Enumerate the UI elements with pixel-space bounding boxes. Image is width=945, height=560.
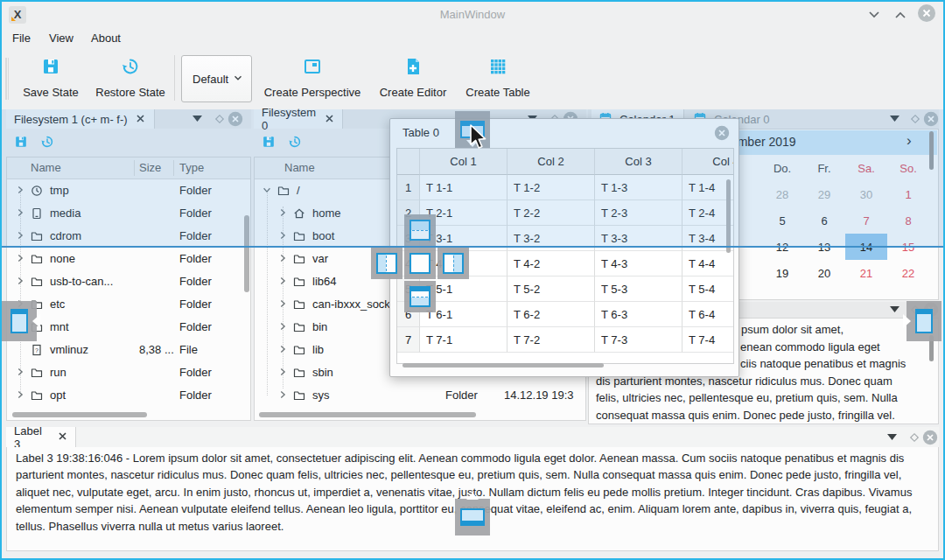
table0-cell-5-3[interactable]: T 5-3 bbox=[595, 276, 682, 302]
tree-row-cdrom[interactable]: cdromFolder bbox=[7, 225, 250, 248]
drop-indicator-area-bottom[interactable] bbox=[404, 281, 436, 312]
calendar-day-1[interactable]: 1 bbox=[887, 181, 929, 207]
toolbar-handle[interactable] bbox=[5, 58, 9, 100]
calendar-day-21[interactable]: 21 bbox=[845, 260, 887, 286]
table0-cell-4-4[interactable]: T 4-4 bbox=[682, 251, 734, 276]
fs1-save-icon[interactable] bbox=[14, 135, 28, 151]
calendar-day-30[interactable]: 30 bbox=[845, 181, 887, 207]
tree-row-media[interactable]: mediaFolder bbox=[7, 202, 250, 225]
create-table-button[interactable]: Create Table bbox=[458, 54, 537, 103]
calendar-day-19[interactable]: 19 bbox=[761, 260, 803, 286]
dock-menu-icon[interactable] bbox=[889, 305, 900, 313]
calendar-day-8[interactable]: 8 bbox=[887, 207, 929, 234]
drop-indicator-area-right[interactable] bbox=[438, 248, 469, 279]
restore-state-button[interactable]: Restore State bbox=[89, 54, 172, 103]
window-close-button[interactable] bbox=[917, 4, 936, 25]
table0-cell-6-2[interactable]: T 6-2 bbox=[508, 302, 595, 327]
tab-close-icon[interactable] bbox=[58, 430, 67, 444]
calendar-day-20[interactable]: 20 bbox=[803, 260, 845, 286]
fs1-restore-icon[interactable] bbox=[40, 135, 54, 151]
col-name[interactable]: Name bbox=[31, 161, 61, 174]
tree-row-usb-to-can-[interactable]: usb-to-can...Folder bbox=[7, 270, 250, 293]
calendar-day-12[interactable]: 12 bbox=[761, 234, 803, 260]
expand-icon[interactable] bbox=[277, 321, 290, 333]
tree-row-mnt[interactable]: mntFolder bbox=[7, 316, 250, 339]
table0-cell-4-2[interactable]: T 4-2 bbox=[508, 251, 595, 276]
calendar-day-5[interactable]: 5 bbox=[761, 207, 803, 234]
table0-close-icon[interactable] bbox=[714, 125, 730, 144]
tree-row-etc[interactable]: etcFolder bbox=[7, 293, 250, 316]
calendar-day-14-selected[interactable]: 14 bbox=[845, 234, 887, 260]
collapse-icon[interactable] bbox=[262, 185, 274, 197]
create-perspective-button[interactable]: Create Perspective bbox=[261, 54, 364, 103]
dock-menu-icon[interactable] bbox=[889, 115, 900, 122]
table0-cell-2-3[interactable]: T 2-3 bbox=[595, 200, 682, 226]
col-name[interactable]: Name bbox=[284, 161, 315, 174]
table0-cell-2-2[interactable]: T 2-2 bbox=[508, 200, 595, 226]
expand-icon[interactable] bbox=[15, 367, 27, 379]
drop-indicator-left-edge[interactable] bbox=[2, 301, 37, 341]
dock-float-icon[interactable] bbox=[910, 114, 920, 124]
fs1-hscrollbar[interactable] bbox=[12, 412, 147, 417]
table0-cell-3-3[interactable]: T 3-3 bbox=[595, 226, 682, 251]
expand-icon[interactable] bbox=[277, 389, 290, 402]
tree-row-tmp[interactable]: tmpFolder bbox=[7, 179, 250, 202]
tree-row-none[interactable]: noneFolder bbox=[7, 248, 250, 270]
expand-icon[interactable] bbox=[277, 207, 290, 220]
menu-item-file[interactable]: File bbox=[12, 32, 31, 45]
table0-hscrollbar[interactable] bbox=[402, 363, 604, 368]
drop-indicator-area-top[interactable] bbox=[404, 214, 436, 246]
calendar-day-15[interactable]: 15 bbox=[887, 234, 929, 260]
expand-icon[interactable] bbox=[15, 276, 27, 288]
tree-row-opt[interactable]: optFolder bbox=[7, 384, 250, 407]
table0-cell-7-3[interactable]: T 7-3 bbox=[595, 327, 682, 353]
expand-icon[interactable] bbox=[277, 344, 290, 356]
calendar-next-icon[interactable]: › bbox=[906, 132, 912, 150]
expand-icon[interactable] bbox=[277, 367, 290, 379]
expand-icon[interactable] bbox=[15, 253, 27, 265]
drop-indicator-bottom-edge[interactable] bbox=[455, 499, 490, 536]
fs1-vscrollbar[interactable] bbox=[244, 215, 249, 292]
expand-icon[interactable] bbox=[15, 230, 27, 242]
table0-cell-6-4[interactable]: T 6-4 bbox=[682, 302, 734, 327]
tab-close-icon[interactable] bbox=[136, 113, 145, 126]
maximize-button[interactable] bbox=[892, 9, 908, 24]
expand-icon[interactable] bbox=[277, 298, 290, 311]
tree-row-run[interactable]: runFolder bbox=[7, 361, 250, 384]
tree-row-sys[interactable]: sysFolder14.12.19 19:3 bbox=[255, 384, 585, 407]
tab-filesystem0[interactable]: Filesystem 0 bbox=[254, 109, 343, 129]
fs0-save-icon[interactable] bbox=[262, 135, 276, 151]
table0-vscrollbar[interactable] bbox=[726, 179, 731, 253]
table0-cell-5-2[interactable]: T 5-2 bbox=[508, 276, 595, 302]
perspective-combobox[interactable]: Default bbox=[181, 55, 252, 102]
drop-indicator-right-edge[interactable] bbox=[906, 301, 942, 341]
calendar-day-7[interactable]: 7 bbox=[845, 207, 887, 234]
menu-item-about[interactable]: About bbox=[91, 32, 121, 45]
calendar-day-22[interactable]: 22 bbox=[887, 260, 929, 286]
calendar-day-6[interactable]: 6 bbox=[803, 207, 845, 234]
save-state-button[interactable]: Save State bbox=[18, 54, 84, 103]
dock-float-icon[interactable] bbox=[214, 114, 225, 124]
expand-icon[interactable] bbox=[277, 253, 290, 265]
window-titlebar[interactable]: X MainWindow bbox=[2, 2, 943, 26]
dock-close-icon[interactable] bbox=[922, 430, 938, 445]
dock-menu-icon[interactable] bbox=[886, 433, 898, 441]
expand-icon[interactable] bbox=[15, 185, 27, 197]
expand-icon[interactable] bbox=[277, 276, 290, 288]
create-editor-button[interactable]: Create Editor bbox=[373, 54, 453, 103]
drop-indicator-area-left[interactable] bbox=[371, 248, 402, 279]
drop-indicator-area-center[interactable] bbox=[404, 248, 436, 279]
table0-cell-7-4[interactable]: T 7-4 bbox=[682, 327, 734, 353]
col-type[interactable]: Type bbox=[179, 161, 204, 174]
table0-cell-6-3[interactable]: T 6-3 bbox=[595, 302, 682, 327]
tab-label3[interactable]: Label 3 bbox=[6, 427, 76, 447]
table0-row-header-7[interactable]: 7 bbox=[397, 327, 420, 353]
calendar-day-13[interactable]: 13 bbox=[803, 234, 845, 260]
fs0-hscrollbar[interactable] bbox=[259, 412, 476, 417]
expand-icon[interactable] bbox=[15, 207, 27, 220]
table0-col-header-4[interactable]: Col 4 bbox=[682, 149, 734, 175]
table0-cell-1-1[interactable]: T 1-1 bbox=[420, 175, 508, 200]
table0-cell-3-2[interactable]: T 3-2 bbox=[508, 226, 595, 251]
dock-close-icon[interactable] bbox=[228, 111, 243, 127]
dock-float-icon[interactable] bbox=[909, 432, 920, 443]
